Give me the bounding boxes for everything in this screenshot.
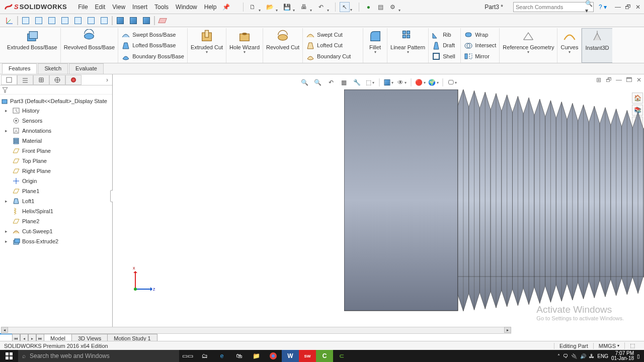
- section-view-icon[interactable]: ▦: [339, 77, 349, 87]
- appearance-icon[interactable]: 🔴: [416, 77, 426, 87]
- display-mgr-tab[interactable]: [65, 75, 82, 85]
- camtasia-icon[interactable]: C: [316, 350, 333, 362]
- tree-item[interactable]: Origin: [1, 176, 111, 186]
- camtasia2-icon[interactable]: ⊂: [333, 350, 350, 362]
- tree-item[interactable]: ▸Boss-Extrude2: [1, 236, 111, 246]
- rib-button[interactable]: Rib: [432, 29, 451, 40]
- ref-geometry-button[interactable]: Reference Geometry▾: [500, 28, 557, 63]
- zoom-area-icon[interactable]: 🔍: [313, 77, 323, 87]
- tree-item[interactable]: Helix/Spiral1: [1, 206, 111, 216]
- tree-item[interactable]: ▸Loft1: [1, 196, 111, 206]
- erase-icon[interactable]: [157, 15, 168, 26]
- save-button[interactable]: 💾: [282, 2, 292, 12]
- top-view-icon[interactable]: [72, 15, 84, 26]
- search-commands[interactable]: 🔍▾: [513, 2, 594, 12]
- tray-volume-icon[interactable]: 🔊: [580, 353, 586, 359]
- tree-item[interactable]: ▸AAnnotations: [1, 126, 111, 136]
- isometric-icon[interactable]: [141, 15, 152, 26]
- options-list-button[interactable]: ▤: [375, 2, 385, 12]
- tree-item[interactable]: ▸History: [1, 106, 111, 116]
- mirror-button[interactable]: Mirror: [464, 51, 490, 62]
- panel-expand-icon[interactable]: ›: [103, 76, 111, 83]
- back-view-icon[interactable]: [33, 15, 44, 26]
- pin-icon[interactable]: 📌: [222, 4, 230, 11]
- tray-power-icon[interactable]: 🔌: [571, 353, 577, 359]
- swept-boss-button[interactable]: Swept Boss/Base: [121, 29, 176, 40]
- search-icon[interactable]: 🔍▾: [585, 0, 593, 14]
- tray-network-icon[interactable]: 🖧: [589, 353, 594, 359]
- tree-item[interactable]: Sensors: [1, 116, 111, 126]
- scene-icon[interactable]: 🌍: [429, 77, 439, 87]
- dimetric-icon[interactable]: [128, 15, 139, 26]
- view-orient-icon[interactable]: ⬚: [365, 77, 375, 87]
- filter-row[interactable]: [0, 85, 112, 95]
- tab-evaluate[interactable]: Evaluate: [69, 63, 104, 74]
- options-button[interactable]: ⚙: [387, 2, 397, 12]
- tree-item[interactable]: Material: [1, 136, 111, 146]
- feature-tree-tab[interactable]: [1, 75, 17, 85]
- status-units[interactable]: MMGS▾: [593, 343, 624, 349]
- menu-insert[interactable]: Insert: [132, 4, 147, 11]
- property-mgr-tab[interactable]: [17, 75, 33, 85]
- tree-root[interactable]: Part3 (Default<<Default>_Display State: [1, 97, 111, 106]
- tree-item[interactable]: Right Plane: [1, 166, 111, 176]
- front-view-icon[interactable]: [20, 15, 31, 26]
- prev-view-icon[interactable]: ↶: [326, 77, 336, 87]
- tray-notif-icon[interactable]: ▯: [637, 353, 640, 359]
- taskbar-search[interactable]: ⌕Search the web and Windows: [18, 350, 179, 362]
- explorer-icon[interactable]: 📁: [248, 350, 265, 362]
- store-icon[interactable]: 🛍: [230, 350, 248, 362]
- curves-button[interactable]: Curves▾: [557, 28, 582, 63]
- canvas-max-icon[interactable]: 🗖: [625, 76, 633, 83]
- tree-item[interactable]: Plane1: [1, 186, 111, 196]
- open-button[interactable]: 📂: [265, 2, 275, 12]
- menu-edit[interactable]: Edit: [95, 4, 106, 11]
- chrome-icon[interactable]: [265, 350, 282, 362]
- extruded-cut-button[interactable]: Extruded Cut▾: [188, 28, 226, 63]
- boundary-cut-button[interactable]: Boundary Cut: [306, 51, 351, 62]
- canvas-cascade-icon[interactable]: 🗗: [605, 76, 613, 83]
- print-button[interactable]: 🖶: [299, 2, 309, 12]
- bottom-view-icon[interactable]: [86, 15, 97, 26]
- tree-item[interactable]: Plane2: [1, 216, 111, 226]
- fillet-button[interactable]: Fillet▾: [363, 28, 387, 63]
- tab-features[interactable]: Features: [2, 63, 37, 74]
- shell-button[interactable]: Shell: [432, 51, 455, 62]
- tray-up-icon[interactable]: ˄: [557, 353, 560, 359]
- word-icon[interactable]: W: [282, 350, 299, 362]
- left-view-icon[interactable]: [46, 15, 57, 26]
- tree-item[interactable]: Top Plane: [1, 156, 111, 166]
- menu-file[interactable]: File: [78, 4, 88, 11]
- lofted-cut-button[interactable]: Lofted Cut: [306, 40, 343, 51]
- start-button[interactable]: [0, 352, 18, 359]
- help-button[interactable]: ? ▾: [599, 4, 607, 11]
- view-settings-icon[interactable]: 🔧: [352, 77, 362, 87]
- view-port-icon[interactable]: 🖵: [447, 77, 457, 87]
- display-style-icon[interactable]: [384, 77, 394, 87]
- zoom-fit-icon[interactable]: 🔍: [300, 77, 310, 87]
- hide-show-icon[interactable]: 👁: [397, 77, 407, 87]
- draft-button[interactable]: Draft: [432, 40, 455, 51]
- instant3d-button[interactable]: Instant3D: [582, 28, 612, 63]
- close-button[interactable]: ✕: [634, 4, 642, 11]
- extruded-boss-button[interactable]: Extruded Boss/Base: [4, 28, 61, 63]
- dimxpert-tab[interactable]: [49, 75, 65, 85]
- tray-action-icon[interactable]: 🗨: [563, 353, 568, 359]
- undo-button[interactable]: ↶: [316, 2, 326, 12]
- tray-clock[interactable]: 7:07 PM01-Jan-18: [611, 351, 634, 361]
- menu-tools[interactable]: Tools: [154, 4, 169, 11]
- file-explorer-icon[interactable]: 🗂: [196, 350, 213, 362]
- menu-help[interactable]: Help: [204, 4, 217, 11]
- solidworks-app-icon[interactable]: SW: [299, 350, 316, 362]
- boundary-boss-button[interactable]: Boundary Boss/Base: [121, 51, 184, 62]
- linear-pattern-button[interactable]: Linear Pattern▾: [387, 28, 429, 63]
- rebuild-button[interactable]: ●: [363, 2, 373, 12]
- select-button[interactable]: ↖: [340, 2, 350, 12]
- revolved-boss-button[interactable]: Revolved Boss/Base: [61, 28, 119, 63]
- right-view-icon[interactable]: [59, 15, 70, 26]
- menu-window[interactable]: Window: [176, 4, 197, 11]
- canvas-min-icon[interactable]: —: [615, 76, 623, 83]
- tab-sketch[interactable]: Sketch: [38, 63, 68, 74]
- tree-item[interactable]: ▸Cut-Sweep1: [1, 226, 111, 236]
- intersect-button[interactable]: Intersect: [464, 40, 496, 51]
